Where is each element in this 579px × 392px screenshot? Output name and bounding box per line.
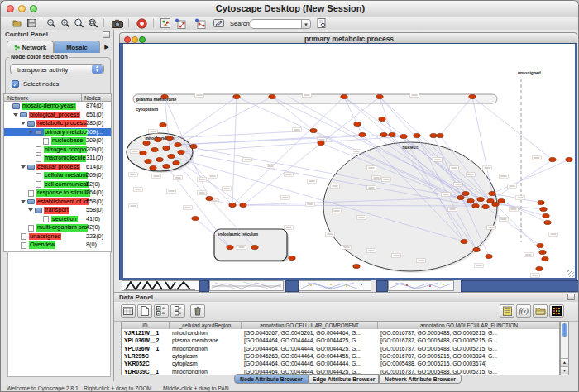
resize-grip[interactable] [567, 270, 574, 277]
network-node[interactable] [156, 157, 163, 161]
zoom-fit-icon[interactable] [73, 18, 85, 28]
table-cell[interactable]: cytoplasm [170, 352, 242, 360]
plasma-membrane-region[interactable] [133, 94, 497, 103]
background-window-edge[interactable] [199, 280, 209, 292]
tab-overflow-arrow[interactable]: ▶ [102, 42, 112, 52]
scroll-down-arrow[interactable]: ▼ [561, 366, 568, 374]
tree-row[interactable]: biological_process651(0) [4, 111, 111, 120]
tree-row[interactable]: multi-organism pro42(0) [4, 223, 111, 232]
table-cell[interactable]: mitochondrion [170, 329, 242, 337]
network-node[interactable] [163, 146, 170, 150]
table-cell[interactable]: [GO:0044464, GO:0044444, GO:0044425, G..… [242, 345, 378, 352]
table-scrollbar[interactable]: ▲ ▼ [560, 321, 569, 375]
tree-row[interactable]: nucleobase-209(0) [4, 136, 111, 146]
network-node[interactable] [461, 239, 467, 243]
birdseye-view-panel[interactable] [7, 251, 111, 377]
help-lifering-icon[interactable] [136, 18, 148, 28]
network-node[interactable] [473, 247, 480, 251]
heatmap-icon[interactable] [549, 304, 564, 318]
tree-row[interactable]: metabolic process280(0) [4, 119, 111, 128]
network-node[interactable] [389, 132, 395, 136]
network-node[interactable] [161, 94, 168, 98]
vizmapper-nodes-icon[interactable] [174, 18, 186, 28]
tree-row[interactable]: cell communicat22(0) [4, 180, 111, 189]
table-cell[interactable]: [GO:0044464, GO:0044444, GO:0044425, G..… [242, 337, 378, 344]
network-node[interactable] [240, 203, 246, 207]
network-node[interactable] [457, 195, 464, 199]
tab-network-attribute-browser[interactable]: Network Attribute Browser [379, 374, 462, 384]
new-attribute-icon[interactable] [137, 304, 152, 318]
tree-row[interactable]: secretion41(0) [4, 215, 111, 224]
tree-row[interactable]: mosaic-demo-yeast874(0) [4, 102, 111, 111]
tree-row[interactable]: cellular metabol209(0) [4, 171, 111, 180]
scroll-up-arrow[interactable]: ▲ [561, 358, 568, 366]
tab-mosaic[interactable]: Mosaic [54, 41, 100, 53]
zoom-in-icon[interactable] [59, 18, 71, 28]
network-node[interactable] [354, 122, 361, 126]
table-cell[interactable]: [GO:0016787, GO:0005215, GO:0003824, G..… [378, 352, 560, 360]
scrollbar-thumb[interactable] [562, 323, 567, 337]
network-node[interactable] [229, 203, 236, 207]
select-nodes-checkbox[interactable]: ✓ [12, 80, 19, 88]
network-node[interactable] [539, 250, 546, 254]
network-node[interactable] [498, 198, 505, 203]
background-window-thumbnail[interactable] [388, 280, 454, 291]
search-input[interactable] [249, 19, 307, 29]
network-node[interactable] [486, 254, 492, 258]
network-canvas[interactable]: plasma membrane cytoplasm mitochondrion … [123, 44, 575, 278]
table-cell[interactable]: [GO:0016787, GO:0005488, GO:0005215, G..… [378, 345, 560, 352]
network-node[interactable] [155, 137, 161, 141]
float-panel-icon[interactable] [103, 31, 110, 38]
network-node[interactable] [206, 196, 213, 200]
network-node[interactable] [437, 133, 443, 137]
dropdown-stepper-icon[interactable]: ▲▼ [92, 65, 103, 74]
network-node[interactable] [379, 117, 385, 121]
table-cell[interactable]: YPL036W__1 [122, 345, 170, 352]
network-node[interactable] [544, 220, 551, 224]
attribute-matrix-icon[interactable] [121, 304, 136, 318]
network-node[interactable] [376, 94, 383, 98]
table-cell[interactable]: YJR121W__1 [122, 329, 170, 337]
expand-triangle-icon[interactable] [21, 165, 26, 169]
tree-row[interactable]: establishment of lo558(0) [4, 198, 111, 207]
background-window-thumbnail[interactable] [122, 280, 199, 291]
network-node[interactable] [160, 122, 166, 127]
tree-row[interactable]: nitrogen compo209(0) [4, 146, 111, 155]
network-node[interactable] [151, 147, 158, 151]
network-node[interactable] [353, 264, 360, 268]
network-node[interactable] [173, 160, 179, 165]
expand-triangle-icon[interactable] [21, 122, 26, 125]
network-node[interactable] [269, 94, 275, 98]
table-cell[interactable]: cytoplasm [170, 360, 242, 367]
network-node[interactable] [482, 204, 489, 208]
network-node[interactable] [233, 94, 240, 98]
network-node[interactable] [166, 136, 173, 140]
table-cell[interactable]: YKR052C [122, 360, 170, 367]
plugin-manager-icon[interactable] [159, 18, 171, 28]
network-node[interactable] [462, 191, 469, 195]
expand-triangle-icon[interactable] [21, 200, 26, 203]
table-cell[interactable]: mitochondrion [170, 368, 242, 375]
tab-edge-attribute-browser[interactable]: Edge Attribute Browser [309, 374, 379, 384]
node-color-dropdown[interactable]: transporter activity [10, 64, 104, 74]
unselect-attributes-icon[interactable] [170, 304, 185, 318]
network-node[interactable] [477, 197, 484, 201]
network-node[interactable] [549, 157, 556, 161]
background-window-edge[interactable] [376, 280, 388, 292]
expand-triangle-icon[interactable] [28, 131, 33, 134]
network-node[interactable] [472, 203, 479, 208]
network-node[interactable] [163, 164, 170, 168]
tree-row[interactable]: primary metabo209(... [4, 128, 111, 137]
network-node[interactable] [400, 134, 407, 138]
select-attributes-icon[interactable] [154, 304, 169, 318]
background-window-edge[interactable] [461, 280, 579, 292]
table-column-header[interactable]: annotation.GO CELLULAR_COMPONENT [242, 322, 378, 329]
table-column-header[interactable]: ID [122, 322, 170, 329]
attribute-table[interactable]: ID_cellularLayoutRegionannotation.GO CEL… [121, 321, 560, 375]
tab-network[interactable]: Network [7, 41, 54, 53]
network-node[interactable] [143, 141, 150, 145]
network-node[interactable] [289, 256, 295, 260]
table-cell[interactable]: [GO:0016787, GO:0005488, GO:0005215, G..… [378, 329, 560, 337]
network-node[interactable] [341, 94, 347, 98]
network-node[interactable] [489, 191, 495, 195]
